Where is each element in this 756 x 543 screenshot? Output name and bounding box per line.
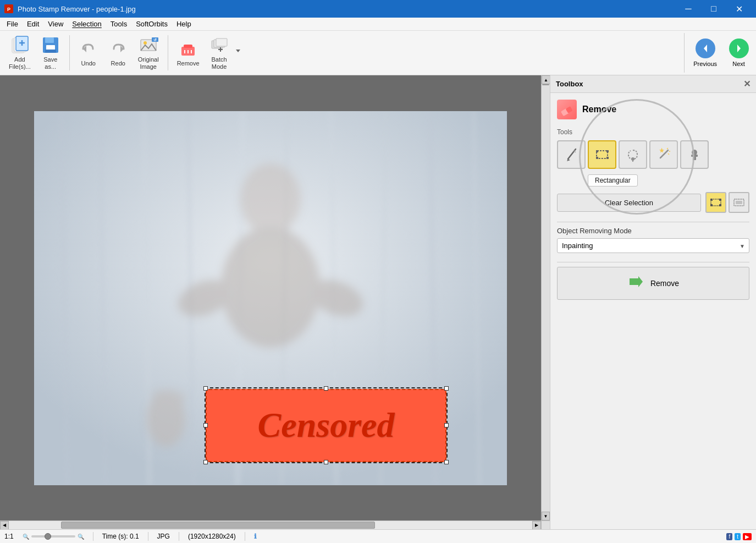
- svg-rect-59: [606, 150, 609, 152]
- magic-wand-icon: [656, 147, 671, 162]
- lasso-tool-button[interactable]: [619, 140, 647, 169]
- object-removing-mode-section: Object Removing Mode Inpainting Content-…: [557, 227, 749, 253]
- stamp-tool-button[interactable]: [680, 140, 709, 169]
- clear-selection-button[interactable]: Clear Selection: [557, 194, 701, 212]
- undo-button[interactable]: Undo: [74, 37, 103, 69]
- scroll-thumb-horizontal[interactable]: [61, 522, 375, 529]
- next-button[interactable]: Next: [724, 36, 754, 69]
- remove-action-button[interactable]: Remove: [557, 267, 749, 300]
- window-title: Photo Stamp Remover - people-1.jpg: [18, 5, 136, 13]
- social-icons: f t ▶: [726, 533, 752, 540]
- scroll-up-button[interactable]: ▲: [542, 75, 550, 84]
- pen-tool-button[interactable]: [557, 140, 586, 169]
- svg-rect-11: [45, 50, 56, 53]
- mode-select[interactable]: Inpainting Content-Aware Fill Background: [557, 238, 749, 253]
- facebook-icon[interactable]: f: [726, 533, 732, 540]
- svg-rect-70: [691, 155, 698, 157]
- zoom-level: 1:1: [4, 533, 14, 540]
- svg-rect-73: [710, 199, 713, 201]
- svg-marker-30: [737, 45, 741, 52]
- selection-icon-1[interactable]: [705, 192, 726, 213]
- scroll-right-button[interactable]: ▶: [532, 521, 541, 530]
- zoom-min-icon: 🔍: [23, 534, 29, 540]
- svg-point-69: [692, 150, 697, 155]
- censored-stamp: Censored: [206, 389, 446, 462]
- stamp-tool-icon: [687, 147, 702, 162]
- add-files-label: AddFile(s)...: [9, 56, 31, 70]
- canvas-container[interactable]: Censored: [0, 75, 541, 520]
- original-image-button[interactable]: ↺ OriginalImage: [134, 33, 163, 73]
- remove-button[interactable]: Remove: [173, 37, 204, 69]
- batch-dropdown-arrow[interactable]: [235, 47, 241, 58]
- format-display: JPG: [157, 533, 170, 540]
- menu-edit[interactable]: Edit: [23, 19, 43, 29]
- window-controls: ─ □ ✕: [676, 0, 752, 18]
- close-button[interactable]: ✕: [726, 0, 752, 18]
- original-image-icon: ↺: [139, 35, 158, 55]
- previous-label: Previous: [693, 61, 717, 67]
- twitter-icon[interactable]: t: [735, 533, 741, 540]
- undo-icon: [79, 39, 98, 59]
- add-files-button[interactable]: AddFile(s)...: [4, 33, 35, 73]
- rectangular-tool-icon: [594, 147, 610, 162]
- scrollbar-vertical[interactable]: ▲ ▼: [541, 75, 550, 520]
- toolbox-title: Toolbox: [556, 80, 583, 88]
- batch-mode-button[interactable]: BatchMode: [205, 33, 234, 73]
- remove-arrow-icon: [627, 273, 645, 294]
- original-image-label: OriginalImage: [138, 56, 159, 70]
- svg-rect-76: [719, 204, 721, 206]
- title-bar: P Photo Stamp Remover - people-1.jpg ─ □…: [0, 0, 756, 18]
- svg-rect-58: [596, 150, 598, 152]
- batch-mode-label: BatchMode: [212, 56, 227, 70]
- redo-button[interactable]: Redo: [104, 37, 133, 69]
- scroll-down-button[interactable]: ▼: [542, 512, 550, 520]
- app-icon: P: [4, 4, 13, 13]
- minimize-button[interactable]: ─: [676, 0, 701, 18]
- svg-rect-9: [45, 37, 54, 43]
- info-icon[interactable]: ℹ: [254, 533, 257, 540]
- nav-section: Previous Next: [684, 33, 754, 73]
- menu-bar: File Edit View Selection Tools SoftOrbit…: [0, 18, 756, 31]
- menu-selection[interactable]: Selection: [68, 19, 106, 29]
- censored-text: Censored: [258, 405, 395, 446]
- svg-marker-65: [659, 148, 664, 153]
- zoom-slider-thumb[interactable]: [45, 533, 51, 540]
- remove-action-label: Remove: [650, 279, 679, 288]
- svg-text:↺: ↺: [153, 38, 157, 42]
- maximize-button[interactable]: □: [701, 0, 726, 18]
- menu-tools[interactable]: Tools: [106, 19, 131, 29]
- svg-rect-78: [736, 201, 742, 204]
- photo-canvas[interactable]: Censored: [34, 111, 507, 485]
- undo-label: Undo: [81, 60, 96, 67]
- previous-button[interactable]: Previous: [689, 36, 721, 69]
- menu-file[interactable]: File: [2, 19, 23, 29]
- svg-marker-79: [630, 276, 643, 287]
- magic-wand-button[interactable]: [649, 140, 678, 169]
- menu-help[interactable]: Help: [172, 19, 196, 29]
- svg-marker-28: [236, 50, 240, 52]
- zoom-slider-container[interactable]: 🔍 🔍: [23, 534, 84, 540]
- scroll-track-horizontal: [9, 521, 532, 529]
- toolbar-file-group: AddFile(s)... Saveas...: [2, 33, 67, 73]
- batch-mode-icon: [209, 35, 229, 55]
- scroll-thumb-vertical[interactable]: [542, 84, 549, 85]
- scrollbar-horizontal[interactable]: ◀ ▶: [0, 520, 541, 529]
- zoom-slider-track[interactable]: [31, 535, 75, 537]
- toolbar: AddFile(s)... Saveas...: [0, 31, 756, 75]
- svg-rect-75: [710, 204, 713, 206]
- save-as-button[interactable]: Saveas...: [36, 33, 65, 73]
- status-separator-1: [93, 532, 93, 541]
- selection-icon-2[interactable]: [729, 192, 749, 213]
- tools-label: Tools: [557, 128, 749, 136]
- rectangular-tool-button[interactable]: [588, 140, 616, 169]
- active-tool-label: Rectangular: [588, 174, 638, 187]
- menu-view[interactable]: View: [43, 19, 68, 29]
- toolbox-header: Toolbox ✕: [550, 75, 756, 93]
- youtube-icon[interactable]: ▶: [743, 533, 752, 540]
- add-files-icon: [10, 35, 30, 55]
- remove-label: Remove: [177, 60, 200, 67]
- toolbox-close-button[interactable]: ✕: [743, 79, 751, 89]
- menu-softorbits[interactable]: SoftOrbits: [131, 19, 172, 29]
- scroll-left-button[interactable]: ◀: [0, 521, 9, 530]
- dimensions-display: (1920x1280x24): [188, 533, 236, 540]
